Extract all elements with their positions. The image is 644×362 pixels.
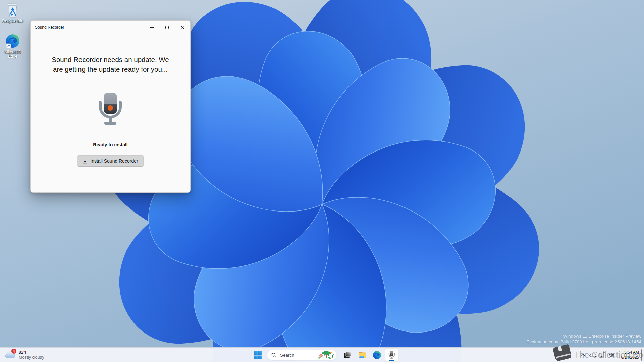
close-icon bbox=[180, 25, 184, 29]
download-icon bbox=[83, 159, 87, 164]
desktop-icon-microsoft-edge[interactable]: Microsoft Edge bbox=[0, 34, 25, 59]
desktop-root: { "desktop": { "icons": { "recycle_bin":… bbox=[0, 0, 644, 362]
desktop-icon-recycle-bin[interactable]: Recycle Bin bbox=[0, 3, 25, 23]
edge-icon bbox=[5, 34, 20, 49]
clock-time: 5:54 AM bbox=[621, 350, 639, 355]
sound-recorder-taskbar-button[interactable] bbox=[385, 348, 398, 362]
onedrive-cloud-icon bbox=[589, 353, 596, 357]
desktop-icon-label: Recycle Bin bbox=[2, 19, 23, 23]
desktop-icon-label: Microsoft Edge bbox=[0, 50, 25, 59]
status-text: Ready to install bbox=[93, 142, 127, 147]
network-icon bbox=[599, 352, 605, 358]
eval-watermark-line2: Evaluation copy. Build 27881.rs_prerelea… bbox=[526, 339, 641, 345]
maximize-button[interactable] bbox=[159, 21, 175, 34]
clock-date: 6/14/2025 bbox=[621, 355, 639, 360]
evaluation-watermark: Windows 11 Enterprise Insider Preview Ev… bbox=[526, 333, 641, 345]
notification-badge: 4 bbox=[11, 348, 17, 354]
close-button[interactable] bbox=[175, 21, 190, 34]
tray-chevron-up-button[interactable] bbox=[579, 348, 588, 362]
edge-taskbar-button[interactable] bbox=[370, 348, 384, 362]
minimize-button[interactable] bbox=[144, 21, 159, 34]
sound-recorder-window: Sound Recorder Sound Recorder needs an u… bbox=[30, 20, 191, 193]
microphone-icon bbox=[98, 92, 123, 127]
sound-recorder-icon bbox=[388, 351, 395, 359]
install-sound-recorder-button[interactable]: Install Sound Recorder bbox=[77, 155, 143, 167]
titlebar[interactable]: Sound Recorder bbox=[31, 21, 190, 34]
clock[interactable]: 5:54 AM 6/14/2025 bbox=[619, 349, 642, 361]
minimize-icon bbox=[150, 27, 154, 27]
taskbar: 4 82°F Mostly cloudy bbox=[0, 347, 644, 362]
install-button-label: Install Sound Recorder bbox=[90, 158, 138, 164]
edge-icon bbox=[373, 351, 381, 359]
start-button[interactable] bbox=[251, 348, 264, 362]
file-explorer-button[interactable] bbox=[356, 348, 369, 362]
volume-icon bbox=[608, 353, 614, 358]
volume-tray-button[interactable] bbox=[607, 348, 616, 362]
running-app-indicator bbox=[389, 360, 394, 361]
task-view-button[interactable] bbox=[341, 348, 354, 362]
network-tray-button[interactable] bbox=[598, 348, 606, 362]
file-explorer-icon bbox=[358, 351, 367, 359]
widgets-weather-button[interactable]: 4 82°F Mostly cloudy bbox=[3, 348, 46, 362]
search-input[interactable] bbox=[279, 352, 316, 358]
windows-logo-icon bbox=[254, 351, 262, 359]
chevron-up-icon bbox=[581, 353, 585, 357]
search-icon bbox=[271, 353, 276, 358]
maximize-icon bbox=[165, 26, 169, 29]
recycle-bin-icon bbox=[5, 3, 20, 18]
weather-condition: Mostly cloudy bbox=[19, 355, 44, 360]
update-message: Sound Recorder needs an update. We are g… bbox=[50, 55, 171, 74]
weather-temperature: 82°F bbox=[19, 350, 44, 355]
eval-watermark-line1: Windows 11 Enterprise Insider Preview bbox=[526, 333, 641, 339]
window-title: Sound Recorder bbox=[31, 25, 144, 30]
system-tray: 5:54 AM 6/14/2025 bbox=[579, 348, 644, 362]
search-seasonal-art bbox=[317, 350, 336, 360]
task-view-icon bbox=[343, 351, 352, 359]
taskbar-search[interactable] bbox=[267, 350, 337, 360]
onedrive-tray-button[interactable] bbox=[588, 348, 597, 362]
